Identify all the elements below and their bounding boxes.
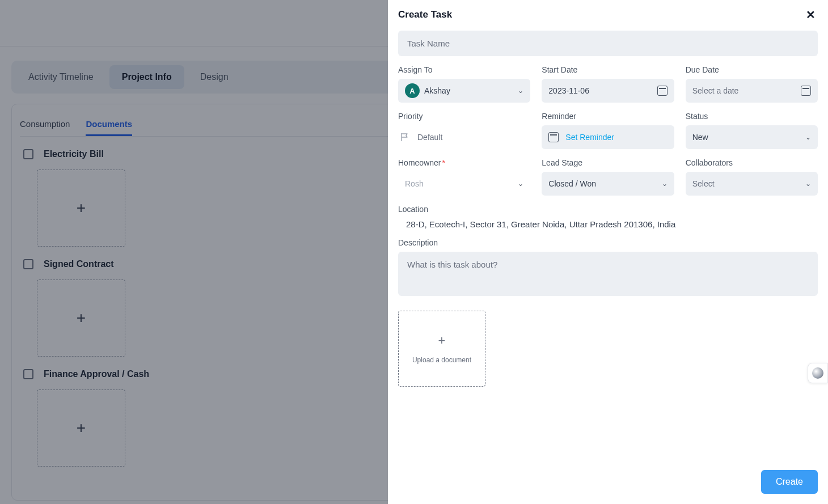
chevron-down-icon: ⌄ [518, 180, 523, 188]
label-location: Location [398, 205, 818, 214]
label-assign-to: Assign To [398, 65, 530, 74]
field-lead-stage: Lead Stage Closed / Won ⌄ [542, 158, 674, 196]
label-reminder: Reminder [542, 112, 674, 121]
label-due-date: Due Date [686, 65, 818, 74]
label-description: Description [398, 238, 818, 247]
start-date-input[interactable]: 2023-11-06 [542, 79, 674, 103]
chevron-down-icon: ⌄ [518, 87, 523, 95]
assign-to-select[interactable]: A Akshay ⌄ [398, 79, 530, 103]
chevron-down-icon: ⌄ [805, 133, 811, 141]
label-collaborators: Collaborators [686, 158, 818, 167]
label-status: Status [686, 112, 818, 121]
panel-header: Create Task ✕ [388, 0, 828, 27]
task-name-input[interactable] [398, 31, 818, 56]
field-reminder: Reminder Set Reminder [542, 112, 674, 149]
label-homeowner: Homeowner* [398, 158, 530, 167]
chevron-down-icon: ⌄ [662, 180, 668, 188]
flag-icon [400, 133, 409, 142]
lead-stage-value: Closed / Won [548, 179, 596, 188]
reminder-link-text: Set Reminder [565, 133, 614, 142]
homeowner-select[interactable]: Rosh ⌄ [398, 172, 530, 196]
priority-select[interactable]: Default [398, 125, 530, 149]
field-homeowner: Homeowner* Rosh ⌄ [398, 158, 530, 196]
create-task-panel: Create Task ✕ Assign To A Akshay ⌄ Start… [388, 0, 828, 504]
floating-widget[interactable] [808, 363, 828, 383]
homeowner-value: Rosh [405, 179, 424, 188]
form-grid: Assign To A Akshay ⌄ Start Date 2023-11-… [398, 65, 818, 196]
field-due-date: Due Date Select a date [686, 65, 818, 103]
priority-value: Default [417, 133, 442, 142]
collaborators-select[interactable]: Select ⌄ [686, 172, 818, 196]
label-start-date: Start Date [542, 65, 674, 74]
status-select[interactable]: New ⌄ [686, 125, 818, 149]
description-section: Description [398, 238, 818, 298]
lead-stage-select[interactable]: Closed / Won ⌄ [542, 172, 674, 196]
location-text: 28-D, Ecotech-I, Sector 31, Greater Noid… [398, 219, 818, 229]
start-date-value: 2023-11-06 [548, 86, 589, 95]
create-button[interactable]: Create [761, 470, 818, 494]
field-status: Status New ⌄ [686, 112, 818, 149]
calendar-icon [657, 86, 668, 96]
close-icon[interactable]: ✕ [802, 6, 819, 24]
field-start-date: Start Date 2023-11-06 [542, 65, 674, 103]
panel-body: Assign To A Akshay ⌄ Start Date 2023-11-… [388, 27, 828, 462]
due-date-placeholder: Select a date [692, 86, 739, 95]
upload-label: Upload a document [412, 356, 471, 364]
orb-icon [812, 367, 823, 379]
avatar: A [405, 83, 420, 98]
collaborators-placeholder: Select [692, 179, 715, 188]
chevron-down-icon: ⌄ [805, 180, 811, 188]
description-input[interactable] [398, 252, 818, 296]
panel-title: Create Task [398, 9, 452, 20]
location-section: Location 28-D, Ecotech-I, Sector 31, Gre… [398, 205, 818, 229]
field-assign-to: Assign To A Akshay ⌄ [398, 65, 530, 103]
label-priority: Priority [398, 112, 530, 121]
calendar-icon [801, 86, 811, 96]
panel-footer: Create [388, 462, 828, 504]
calendar-icon [548, 132, 559, 142]
plus-icon: + [438, 333, 446, 348]
label-lead-stage: Lead Stage [542, 158, 674, 167]
upload-document-box[interactable]: + Upload a document [398, 311, 485, 387]
assign-name: Akshay [424, 86, 450, 95]
reminder-button[interactable]: Set Reminder [542, 125, 674, 149]
field-priority: Priority Default [398, 112, 530, 149]
due-date-input[interactable]: Select a date [686, 79, 818, 103]
field-collaborators: Collaborators Select ⌄ [686, 158, 818, 196]
status-value: New [692, 133, 708, 142]
